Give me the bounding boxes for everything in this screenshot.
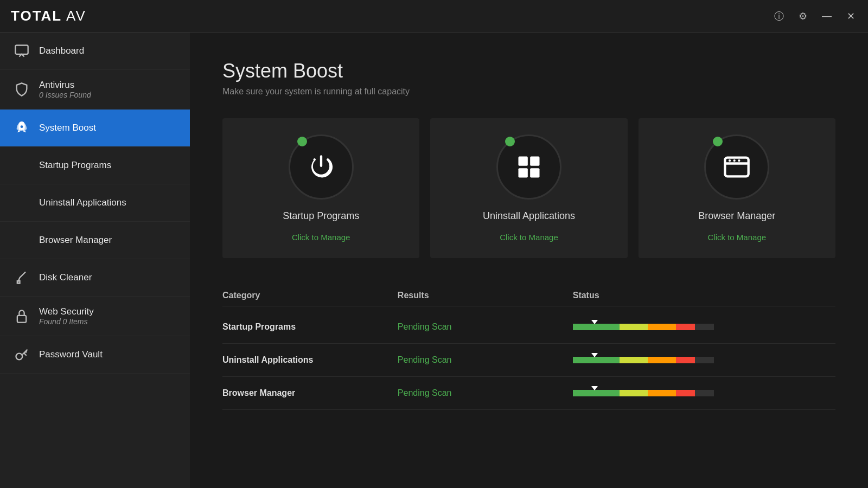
bar-dark bbox=[695, 390, 714, 396]
bar-red bbox=[676, 390, 695, 396]
sidebar-sublabel-antivirus: 0 Issues Found bbox=[39, 91, 91, 99]
sidebar-item-password-vault[interactable]: Password Vault bbox=[0, 336, 190, 374]
sidebar-item-dashboard[interactable]: Dashboard bbox=[0, 33, 190, 70]
row2-results: Pending Scan bbox=[398, 355, 573, 365]
bar-dark bbox=[695, 357, 714, 363]
main-container: Dashboard Antivirus 0 Issues Found bbox=[0, 33, 868, 488]
header-category: Category bbox=[222, 291, 398, 300]
sidebar-label-startup: Startup Programs bbox=[39, 160, 111, 171]
row3-category: Browser Manager bbox=[222, 388, 398, 398]
svg-rect-5 bbox=[518, 157, 527, 166]
rocket-icon bbox=[13, 119, 30, 137]
header-results: Results bbox=[398, 291, 573, 300]
svg-point-13 bbox=[738, 159, 740, 162]
bar-red bbox=[676, 324, 695, 330]
sidebar-item-uninstall[interactable]: Uninstall Applications bbox=[0, 184, 190, 222]
sidebar-item-web-security[interactable]: Web Security Found 0 Items bbox=[0, 297, 190, 336]
sidebar-label-system-boost: System Boost bbox=[39, 123, 96, 133]
sidebar-item-browser-manager[interactable]: Browser Manager bbox=[0, 222, 190, 259]
card-action-browser: Click to Manage bbox=[708, 233, 767, 242]
page-title: System Boost bbox=[222, 60, 835, 82]
bar-green bbox=[573, 357, 620, 363]
boost-cards-row: Startup Programs Click to Manage bbox=[222, 118, 835, 258]
card-name-startup: Startup Programs bbox=[283, 210, 359, 222]
window-controls: ⓘ ⚙ — ✕ bbox=[773, 10, 857, 23]
sidebar-label-password-vault: Password Vault bbox=[39, 349, 103, 360]
card-icon-wrapper-browser bbox=[704, 134, 769, 200]
svg-point-1 bbox=[21, 125, 23, 128]
bar-indicator bbox=[591, 320, 598, 324]
bar-yellow bbox=[620, 357, 648, 363]
svg-point-12 bbox=[733, 159, 736, 162]
bar-orange bbox=[648, 324, 676, 330]
browser-icon bbox=[13, 232, 30, 249]
svg-point-11 bbox=[729, 159, 731, 162]
card-browser-manager[interactable]: Browser Manager Click to Manage bbox=[639, 118, 835, 258]
info-icon[interactable]: ⓘ bbox=[773, 10, 786, 23]
monitor-icon bbox=[13, 42, 30, 60]
content-area: System Boost Make sure your system is ru… bbox=[190, 33, 868, 488]
row1-results: Pending Scan bbox=[398, 322, 573, 332]
row2-category: Uninstall Applications bbox=[222, 355, 398, 365]
card-name-uninstall: Uninstall Applications bbox=[483, 210, 575, 222]
table-row: Startup Programs Pending Scan bbox=[222, 311, 835, 344]
page-subtitle: Make sure your system is running at full… bbox=[222, 87, 835, 97]
table-row: Browser Manager Pending Scan bbox=[222, 377, 835, 410]
status-bar-uninstall bbox=[573, 355, 835, 365]
row3-status bbox=[573, 388, 835, 399]
settings-icon[interactable]: ⚙ bbox=[796, 10, 809, 23]
bar-orange bbox=[648, 357, 676, 363]
svg-rect-0 bbox=[15, 46, 28, 54]
card-startup-programs[interactable]: Startup Programs Click to Manage bbox=[222, 118, 419, 258]
card-name-browser: Browser Manager bbox=[698, 210, 775, 222]
startup-icon bbox=[13, 157, 30, 174]
bar-green bbox=[573, 390, 620, 396]
svg-rect-7 bbox=[518, 168, 527, 177]
status-bar-visual bbox=[573, 324, 714, 330]
bar-indicator bbox=[591, 386, 598, 390]
app-logo: TOTAL AV bbox=[11, 8, 86, 24]
svg-rect-8 bbox=[530, 168, 539, 177]
sidebar-item-system-boost[interactable]: System Boost bbox=[0, 110, 190, 147]
row2-status bbox=[573, 355, 835, 365]
bar-yellow bbox=[620, 324, 648, 330]
row1-status bbox=[573, 322, 835, 332]
card-action-uninstall: Click to Manage bbox=[500, 233, 558, 242]
minimize-icon[interactable]: — bbox=[820, 10, 833, 23]
sidebar-sublabel-web-security: Found 0 Items bbox=[39, 317, 94, 326]
power-icon bbox=[307, 153, 335, 181]
card-uninstall-applications[interactable]: Uninstall Applications Click to Manage bbox=[430, 118, 627, 258]
card-action-startup: Click to Manage bbox=[292, 233, 350, 242]
bar-indicator bbox=[591, 353, 598, 357]
status-bar-visual bbox=[573, 390, 714, 396]
status-dot-startup bbox=[297, 137, 307, 146]
sidebar-label-web-security: Web Security bbox=[39, 306, 94, 317]
table-row: Uninstall Applications Pending Scan bbox=[222, 344, 835, 377]
sidebar-label-antivirus: Antivirus bbox=[39, 80, 91, 91]
status-bar-visual bbox=[573, 357, 714, 363]
sidebar-label-uninstall: Uninstall Applications bbox=[39, 197, 126, 208]
grid-icon bbox=[515, 153, 543, 181]
key-icon bbox=[13, 346, 30, 363]
lock-icon bbox=[13, 307, 30, 325]
bar-red bbox=[676, 357, 695, 363]
close-icon[interactable]: ✕ bbox=[844, 10, 857, 23]
status-bar-startup bbox=[573, 322, 835, 332]
card-icon-wrapper-startup bbox=[289, 134, 354, 200]
sidebar-item-disk-cleaner[interactable]: Disk Cleaner bbox=[0, 259, 190, 297]
status-bar-browser bbox=[573, 388, 835, 399]
table-header: Category Results Status bbox=[222, 285, 835, 306]
sidebar-label-disk-cleaner: Disk Cleaner bbox=[39, 272, 92, 283]
bar-green bbox=[573, 324, 620, 330]
sidebar-item-startup-programs[interactable]: Startup Programs bbox=[0, 147, 190, 184]
sidebar-item-antivirus[interactable]: Antivirus 0 Issues Found bbox=[0, 70, 190, 110]
uninstall-icon bbox=[13, 194, 30, 211]
header-status: Status bbox=[573, 291, 835, 300]
card-icon-wrapper-uninstall bbox=[496, 134, 561, 200]
shield-icon bbox=[13, 81, 30, 98]
svg-rect-2 bbox=[17, 316, 26, 323]
broom-icon bbox=[13, 269, 30, 286]
status-dot-uninstall bbox=[505, 137, 515, 146]
row1-category: Startup Programs bbox=[222, 322, 398, 332]
sidebar-label-browser: Browser Manager bbox=[39, 235, 112, 246]
